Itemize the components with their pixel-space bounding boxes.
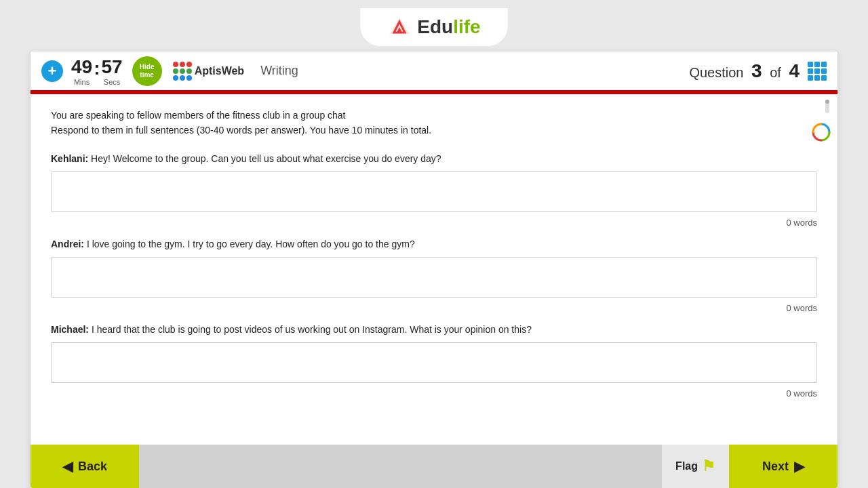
grid-cell-6 [808,75,813,81]
answer-textarea-3[interactable] [51,342,817,383]
section-label: Writing [260,64,298,78]
question-prompt-1: Kehlani: Hey! Welcome to the group. Can … [51,152,817,166]
aptis-dot-6 [173,75,178,81]
grid-cell-5 [821,68,827,74]
grid-menu-icon[interactable] [808,62,827,81]
question-text-3: I heard that the club is going to post v… [89,324,532,335]
word-count-1: 0 words [51,218,817,228]
flag-label: Flag [675,460,698,472]
nav-spacer [139,445,662,488]
next-label: Next [762,460,789,474]
question-counter: Question 3 of 4 [689,60,800,82]
header-bar: + 49 Mins : 57 Secs Hide time AptisWeb W… [31,52,837,92]
aptis-logo: AptisWeb [173,62,244,81]
aptis-dot-1 [180,62,185,67]
aptis-text: AptisWeb [195,65,244,77]
question-block-2: Andrei: I love going to the gym. I try t… [51,237,817,313]
plus-button[interactable]: + [41,60,63,82]
back-label: Back [78,460,107,474]
word-count-2: 0 words [51,303,817,313]
secs-label: Secs [104,78,120,86]
timer-secs: 57 [101,56,122,78]
svg-rect-3 [825,100,829,104]
aptis-dot-7 [180,75,185,81]
instructions: You are speaking to fellow members of th… [51,108,817,138]
grid-cell-1 [814,62,820,67]
grid-cell-2 [821,62,827,67]
question-block-1: Kehlani: Hey! Welcome to the group. Can … [51,152,817,228]
question-prompt-3: Michael: I heard that the club is going … [51,323,817,337]
question-block-3: Michael: I heard that the club is going … [51,323,817,399]
aptis-dot-5 [186,68,192,74]
grid-cell-4 [814,68,820,74]
speaker-2: Andrei: [51,239,84,249]
question-prefix: Question [689,65,743,80]
aptis-dot-2 [186,62,192,67]
timer-mins: 49 [71,56,92,78]
aptis-dots-grid [173,62,192,81]
question-text-1: Hey! Welcome to the group. Can you tell … [88,153,441,164]
speaker-1: Kehlani: [51,153,88,164]
aptis-dot-3 [173,68,178,74]
content-area: You are speaking to fellow members of th… [31,94,837,445]
logo-text: Edulife [417,16,480,38]
aptis-dot-0 [173,62,178,67]
chevron-left-icon: ◀ [62,458,73,474]
word-count-3: 0 words [51,388,817,399]
hide-time-button[interactable]: Hide time [132,56,162,86]
timer-mins-block: 49 Mins [71,56,92,86]
main-card: + 49 Mins : 57 Secs Hide time AptisWeb W… [31,52,837,488]
mins-label: Mins [74,78,90,86]
question-info: Question 3 of 4 [689,60,827,82]
flag-button[interactable]: Flag ⚑ [662,458,729,475]
logo-container: Edulife [360,8,507,46]
flag-icon: ⚑ [702,458,715,475]
timer-display: 49 Mins : 57 Secs [71,56,123,86]
grid-cell-3 [808,68,813,74]
scroll-indicator [823,100,832,116]
logo-bar: Edulife [0,0,868,52]
grid-cell-8 [821,75,827,81]
question-of: of [770,65,781,80]
bottom-nav: ◀ Back Flag ⚑ Next ▶ [31,445,837,488]
aptis-dot-8 [186,75,192,81]
answer-textarea-2[interactable] [51,257,817,298]
back-button[interactable]: ◀ Back [31,445,139,488]
question-total: 4 [789,60,800,81]
instruction-line2: Respond to them in full sentences (30-40… [51,123,817,138]
question-number: 3 [751,60,762,81]
spinner-icon [810,121,832,146]
grid-cell-7 [814,75,820,81]
question-prompt-2: Andrei: I love going to the gym. I try t… [51,237,817,251]
speaker-3: Michael: [51,324,89,335]
instruction-line1: You are speaking to fellow members of th… [51,108,817,123]
question-text-2: I love going to the gym. I try to go eve… [84,239,415,249]
chevron-right-icon: ▶ [794,458,804,474]
answer-textarea-1[interactable] [51,171,817,212]
aptis-dot-4 [180,68,185,74]
grid-cell-0 [808,62,813,67]
brand-icon [387,15,412,39]
timer-secs-block: 57 Secs [101,56,122,86]
next-button[interactable]: Next ▶ [729,445,837,488]
timer-colon: : [92,56,101,79]
